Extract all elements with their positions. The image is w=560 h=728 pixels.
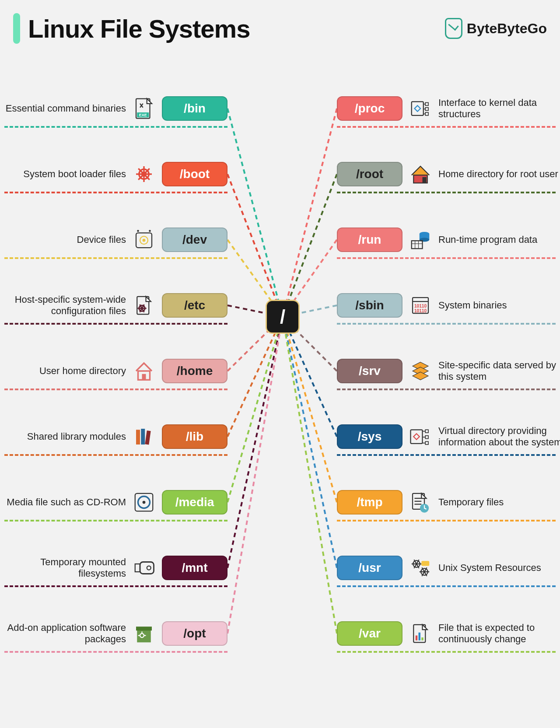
row-dev: /dev Device files (0, 228, 228, 252)
usb-icon (132, 556, 156, 580)
svg-rect-48 (423, 177, 427, 183)
svg-rect-61 (425, 430, 428, 433)
dir-badge-opt: /opt (162, 621, 228, 646)
dir-desc: Interface to kernel data structures (438, 97, 560, 120)
dir-desc: Run-time program data (438, 234, 537, 245)
dir-desc: Home directory for root user (438, 168, 558, 180)
svg-rect-43 (425, 112, 428, 116)
sysinfo-icon (409, 425, 432, 448)
package-icon (132, 622, 156, 645)
dir-desc: Virtual directory providing information … (438, 425, 560, 448)
svg-point-36 (147, 566, 151, 570)
svg-rect-86 (419, 633, 421, 640)
row-srv: /srv Site-specific data served by this s… (337, 359, 560, 383)
dir-desc: File that is expected to continuously ch… (438, 622, 560, 645)
row-sys: /sys Virtual directory providing informa… (337, 424, 560, 449)
svg-rect-30 (145, 430, 150, 444)
dir-badge-proc: /proc (337, 96, 402, 121)
row-var: /var File that is expected to continuous… (337, 621, 560, 646)
dir-desc: User home directory (39, 365, 126, 377)
dir-badge-tmp: /tmp (337, 490, 402, 514)
dir-badge-run: /run (337, 228, 402, 252)
dir-desc: Unix System Resources (438, 562, 541, 574)
dir-desc: System binaries (438, 300, 507, 311)
svg-point-16 (137, 230, 139, 232)
exe-icon: EXE (132, 97, 156, 120)
brand-text: ByteByteGo (467, 21, 547, 37)
svg-text:10110: 10110 (414, 308, 427, 313)
svg-rect-83 (421, 561, 429, 566)
svg-rect-29 (141, 429, 145, 444)
row-root: /root Home directory for root user (337, 162, 560, 186)
dir-badge-home: /home (162, 359, 228, 383)
dir-badge-boot: /boot (162, 162, 228, 186)
row-usr: /usr Unix System Resources (337, 556, 560, 580)
row-lib: /lib Shared library modules (0, 424, 228, 449)
dir-badge-srv: /srv (337, 359, 402, 383)
house2-icon (409, 162, 432, 186)
row-run: /run Run-time program data (337, 228, 560, 252)
svg-rect-52 (412, 241, 423, 248)
brand-logo: ByteByteGo (445, 18, 547, 39)
svg-rect-60 (411, 430, 423, 444)
dir-badge-var: /var (337, 621, 402, 646)
kernel-icon (409, 97, 432, 120)
dir-badge-mnt: /mnt (162, 556, 228, 580)
root-node: / (267, 301, 298, 332)
dir-badge-sys: /sys (337, 424, 402, 449)
svg-rect-27 (142, 374, 146, 380)
row-opt: /opt Add-on application software package… (0, 621, 228, 646)
books-icon (132, 425, 156, 448)
dir-desc: Site-specific data served by this system (438, 360, 560, 383)
dir-badge-usr: /usr (337, 556, 402, 580)
svg-rect-41 (425, 103, 428, 106)
dir-desc: Device files (77, 234, 126, 245)
house-icon (132, 359, 156, 383)
row-etc: /etc Host-specific system-wide configura… (0, 293, 228, 318)
dir-desc: Media file such as CD-ROM (7, 497, 126, 508)
chartfile-icon (409, 622, 432, 645)
dir-desc: Essential command binaries (6, 103, 126, 114)
row-mnt: /mnt Temporary mounted filesystems (0, 556, 228, 580)
runtime-icon (409, 228, 432, 252)
dir-desc: Shared library modules (27, 431, 126, 442)
row-bin: /bin EXE Essential command binaries (0, 96, 228, 121)
brand-icon (445, 18, 462, 39)
row-home: /home User home directory (0, 359, 228, 383)
configfile-icon (132, 294, 156, 317)
row-media: /media Media file such as CD-ROM (0, 490, 228, 514)
dir-desc: Host-specific system-wide configuration … (0, 294, 126, 317)
dir-badge-bin: /bin (162, 96, 228, 121)
dir-badge-media: /media (162, 490, 228, 514)
stack-icon (409, 359, 432, 383)
page-title: Linux File Systems (28, 14, 250, 43)
svg-rect-28 (136, 430, 140, 444)
dir-badge-lib: /lib (162, 424, 228, 449)
svg-rect-62 (425, 436, 428, 439)
dir-desc: System boot loader files (23, 168, 126, 180)
svg-point-15 (143, 239, 146, 242)
dir-desc: Add-on application software packages (0, 622, 126, 645)
row-sbin: /sbin 1011010110 System binaries (337, 293, 560, 318)
svg-point-33 (143, 501, 146, 504)
root-label: / (280, 306, 285, 328)
dir-badge-dev: /dev (162, 228, 228, 252)
svg-point-17 (149, 230, 151, 232)
svg-rect-38 (136, 626, 152, 630)
gears-icon (409, 556, 432, 580)
dir-badge-sbin: /sbin (337, 293, 402, 318)
svg-text:EXE: EXE (139, 113, 147, 117)
title-wrap: Linux File Systems (13, 13, 250, 44)
header: Linux File Systems ByteByteGo (13, 13, 547, 44)
dir-desc: Temporary files (438, 497, 504, 508)
device-icon (132, 228, 156, 252)
svg-rect-87 (421, 637, 424, 640)
svg-rect-40 (412, 102, 424, 116)
row-proc: /proc Interface to kernel data structure… (337, 96, 560, 121)
title-accent-bar (13, 13, 20, 44)
svg-rect-63 (425, 441, 428, 444)
disc-icon (132, 490, 156, 514)
svg-rect-85 (416, 636, 418, 640)
tmp-icon (409, 490, 432, 514)
dir-badge-root: /root (337, 162, 402, 186)
